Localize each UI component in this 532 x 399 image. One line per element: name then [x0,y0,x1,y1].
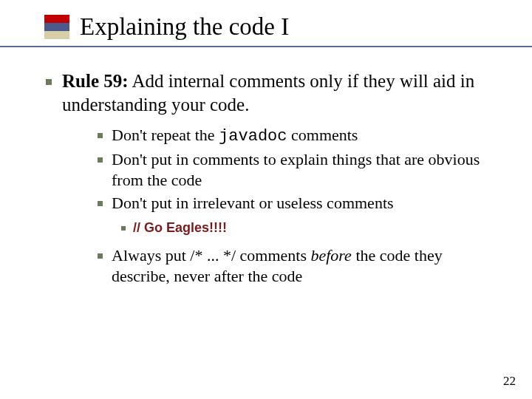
square-bullet-icon [98,133,103,138]
code-comment-example: // Go Eagles!!!! [133,219,227,236]
slide: Explaining the code I Rule 59: Add inter… [0,0,532,399]
sub-item-text: Don't repeat the javadoc comments [112,125,358,147]
rule-text: Rule 59: Add internal comments only if t… [62,69,495,116]
sub-item-text: Always put /* ... */ comments before the… [112,245,495,286]
list-item: Rule 59: Add internal comments only if t… [46,69,495,289]
square-bullet-icon [98,201,103,206]
page-number: 22 [503,374,516,389]
square-bullet-icon [46,79,52,85]
square-bullet-icon [98,253,103,259]
slide-title: Explaining the code I [80,13,289,40]
square-bullet-icon [121,226,126,231]
title-underline [0,46,532,47]
rule-label: Rule 59: [62,71,129,91]
list-item: Don't repeat the javadoc comments [98,125,495,147]
list-item: Always put /* ... */ comments before the… [98,245,495,286]
list-item: Don't put in comments to explain things … [98,149,495,190]
sub-item-text: Don't put in comments to explain things … [112,149,495,190]
list-item: // Go Eagles!!!! [121,219,495,236]
title-accent-icon [44,15,69,40]
list-item: Don't put in irrelevant or useless comme… [98,193,495,214]
title-row: Explaining the code I [44,13,502,40]
sub-item-text: Don't put in irrelevant or useless comme… [112,193,394,214]
square-bullet-icon [98,157,103,163]
content-area: Rule 59: Add internal comments only if t… [30,69,502,289]
